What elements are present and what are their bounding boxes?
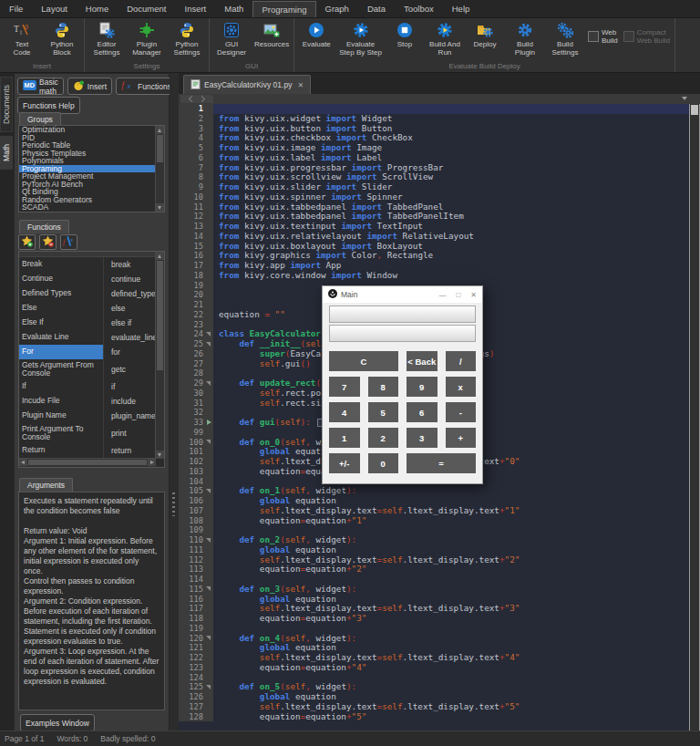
editor-scrollbar[interactable]: [689, 104, 700, 731]
scroll-down-icon[interactable]: [156, 203, 164, 212]
calc-button-c[interactable]: C: [329, 351, 398, 371]
function-row-evaluate-line[interactable]: Evaluate Lineevaluate_line: [19, 330, 156, 345]
function-row-if[interactable]: Ifif: [19, 379, 156, 394]
calc-button-3[interactable]: 3: [407, 428, 438, 448]
chevron-down-icon[interactable]: [682, 97, 687, 100]
fx-edit-button[interactable]: fx: [60, 234, 77, 250]
menu-tab-toolbox[interactable]: Toolbox: [395, 0, 443, 17]
ribbon-button-build-settings[interactable]: Build Settings: [545, 19, 585, 57]
menu-tab-graph[interactable]: Graph: [316, 0, 358, 17]
sidebar-button-functions[interactable]: fxFunctions: [116, 78, 177, 95]
scrollbar-thumb[interactable]: [157, 135, 163, 162]
function-row-else-if[interactable]: Else Ifelse if: [19, 316, 156, 330]
history-nav-buttons[interactable]: [180, 95, 213, 103]
back-icon[interactable]: [189, 96, 195, 102]
calc-button-back[interactable]: < Back: [407, 351, 438, 371]
calc-button-6[interactable]: 6: [407, 402, 438, 422]
examples-window-button[interactable]: Examples Window: [20, 714, 95, 731]
scrollbar-thumb[interactable]: [691, 105, 698, 115]
groups-list-scrollbar[interactable]: [155, 126, 164, 212]
group-item-optimization[interactable]: Optimization: [19, 126, 156, 134]
fold-open-triangle[interactable]: [206, 381, 211, 386]
function-row-for[interactable]: Forfor: [19, 345, 156, 359]
document-tab[interactable]: EasyCalculatorKivy 01.py ✕: [183, 75, 311, 94]
calc-button-[interactable]: =: [407, 453, 476, 473]
vertical-tab-documents[interactable]: Documents: [0, 77, 13, 132]
vertical-tab-math[interactable]: Math: [0, 136, 13, 170]
function-row-continue[interactable]: Continuecontinue: [19, 272, 156, 286]
ribbon-button-build-plugin[interactable]: Build Plugin: [505, 19, 545, 57]
functions-table-hscrollbar[interactable]: [19, 458, 156, 467]
menu-tab-document[interactable]: Document: [118, 0, 175, 17]
ribbon-button-python-block[interactable]: Python Block: [42, 19, 82, 57]
close-icon[interactable]: ✕: [470, 291, 477, 299]
fold-closed-triangle[interactable]: [207, 420, 211, 425]
ribbon-button-deploy[interactable]: Deploy: [465, 19, 505, 48]
functions-panel-tab[interactable]: Functions: [19, 220, 69, 233]
calc-button-0[interactable]: 0: [368, 453, 399, 473]
ribbon-button-evaluate-step-by-step[interactable]: Evaluate Step By Step: [336, 19, 385, 57]
calc-button-1[interactable]: 1: [329, 428, 360, 448]
menu-tab-layout[interactable]: Layout: [32, 0, 77, 17]
ribbon-button-plugin-manager[interactable]: Plugin Manager: [127, 19, 167, 57]
sidebar-splitter[interactable]: [170, 73, 179, 731]
function-row-print-argument-to-console[interactable]: Print Argument To Consoleprint: [19, 423, 156, 443]
scrollbar-thumb[interactable]: [28, 460, 147, 465]
calc-button-4[interactable]: 4: [329, 402, 360, 422]
calc-button-9[interactable]: 9: [407, 377, 438, 397]
arguments-panel-tab[interactable]: Arguments: [19, 478, 73, 492]
menu-tab-math[interactable]: Math: [215, 0, 252, 17]
calculator-title-bar[interactable]: Main — □ ✕: [323, 286, 482, 303]
fold-open-triangle[interactable]: [206, 342, 211, 347]
functions-table-vscrollbar[interactable]: [155, 252, 164, 459]
menu-tab-help[interactable]: Help: [443, 0, 479, 17]
scroll-down-icon[interactable]: [156, 451, 164, 459]
sidebar-button-insert[interactable]: Insert: [67, 78, 112, 95]
calc-button-8[interactable]: 8: [368, 377, 399, 397]
ribbon-button-gui-designer[interactable]: GUI Designer: [211, 19, 252, 57]
maximize-icon[interactable]: □: [456, 291, 460, 299]
scroll-right-icon[interactable]: [148, 459, 156, 466]
menu-tab-home[interactable]: Home: [77, 0, 118, 17]
calc-button-[interactable]: +/-: [329, 453, 360, 473]
fold-open-triangle[interactable]: [206, 332, 211, 337]
ribbon-button-build-and-run[interactable]: Build And Run: [425, 19, 465, 57]
fold-open-triangle[interactable]: [206, 489, 211, 493]
calc-display-bottom[interactable]: [329, 325, 476, 342]
checkbox-web-build[interactable]: Web Build: [588, 28, 618, 45]
calc-button-[interactable]: /: [446, 351, 477, 371]
sidebar-button-basic-math[interactable]: MDBasic math: [17, 78, 64, 95]
fold-open-triangle[interactable]: [206, 440, 211, 444]
function-row-gets-argument-from-console[interactable]: Gets Argument From Consolegetc: [19, 359, 156, 379]
group-item-scada[interactable]: SCADA: [19, 203, 156, 212]
groups-panel-tab[interactable]: Groups: [19, 112, 61, 126]
checkbox-compact-web-build[interactable]: Compact Web Build: [623, 28, 670, 45]
function-row-break[interactable]: Breakbreak: [19, 257, 156, 272]
fold-open-triangle[interactable]: [206, 538, 211, 543]
close-icon[interactable]: ✕: [297, 81, 304, 89]
function-row-incude-file[interactable]: Incude Fileinclude: [19, 394, 156, 409]
menu-tab-data[interactable]: Data: [358, 0, 395, 17]
calc-button-2[interactable]: 2: [368, 428, 399, 448]
calc-button-7[interactable]: 7: [329, 377, 360, 397]
calc-button-[interactable]: -: [446, 402, 477, 422]
menu-tab-programing[interactable]: Programing: [252, 1, 315, 17]
calc-button-[interactable]: +: [446, 428, 477, 448]
calc-button-5[interactable]: 5: [368, 402, 399, 422]
scrollbar-thumb[interactable]: [157, 261, 163, 370]
calc-button-x[interactable]: x: [446, 377, 477, 397]
function-row-return[interactable]: Returnreturn: [19, 443, 156, 458]
fold-open-triangle[interactable]: [206, 586, 211, 591]
scroll-up-icon[interactable]: [156, 252, 164, 260]
ribbon-button-python-settings[interactable]: Python Settings: [167, 19, 207, 57]
calc-display-top[interactable]: [329, 306, 476, 323]
scroll-up-icon[interactable]: [156, 126, 164, 134]
function-row-defined-types[interactable]: Defined Typesdefined_types: [19, 286, 156, 301]
menu-tab-insert[interactable]: Insert: [176, 0, 216, 17]
fold-open-triangle[interactable]: [206, 685, 211, 689]
ribbon-button-resources[interactable]: Resources: [252, 19, 292, 48]
ribbon-button-editor-settings[interactable]: Editor Settings: [87, 19, 127, 57]
star-remove-button[interactable]: [39, 234, 57, 250]
ribbon-button-text-code[interactable]: Tt0Text Code: [2, 19, 42, 57]
minimize-icon[interactable]: —: [438, 291, 446, 299]
